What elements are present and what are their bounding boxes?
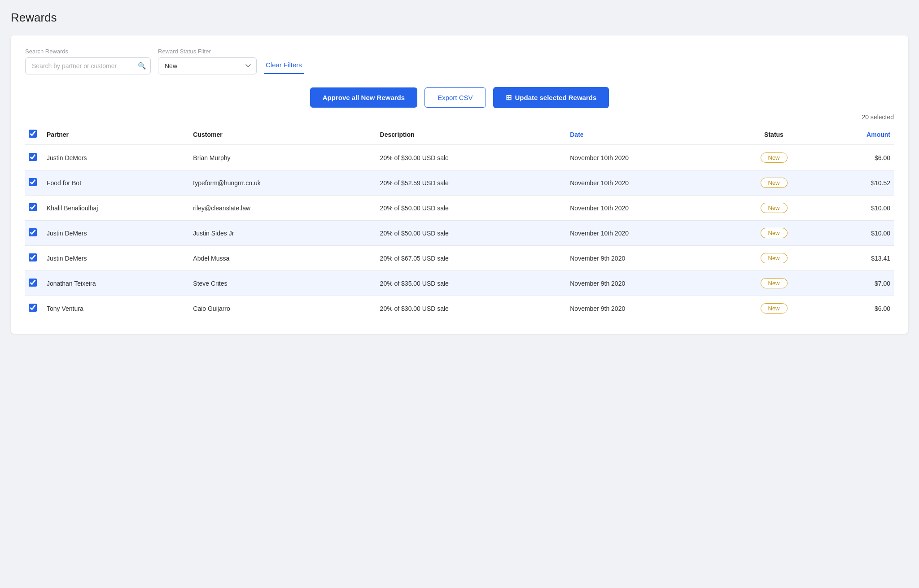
row-checkbox[interactable] xyxy=(29,228,37,236)
status-badge: New xyxy=(761,303,788,314)
export-csv-button[interactable]: Export CSV xyxy=(424,87,486,108)
row-description: 20% of $67.05 USD sale xyxy=(376,246,567,271)
row-status: New xyxy=(731,271,816,296)
layers-icon: ⊞ xyxy=(506,93,512,102)
update-selected-button[interactable]: ⊞ Update selected Rewards xyxy=(493,87,609,108)
row-status: New xyxy=(731,221,816,246)
row-amount: $6.00 xyxy=(817,296,894,321)
row-description: 20% of $52.59 USD sale xyxy=(376,170,567,196)
row-amount: $7.00 xyxy=(817,271,894,296)
row-checkbox-cell[interactable] xyxy=(25,246,43,271)
clear-filters-button[interactable]: Clear Filters xyxy=(264,57,304,74)
row-partner: Justin DeMers xyxy=(43,246,189,271)
row-checkbox-cell[interactable] xyxy=(25,170,43,196)
row-customer: Abdel Mussa xyxy=(189,246,376,271)
status-badge: New xyxy=(761,228,788,238)
table-row: Jonathan Teixeira Steve Crites 20% of $3… xyxy=(25,271,894,296)
row-customer: Justin Sides Jr xyxy=(189,221,376,246)
row-checkbox[interactable] xyxy=(29,279,37,287)
row-date: November 10th 2020 xyxy=(566,170,731,196)
row-description: 20% of $50.00 USD sale xyxy=(376,221,567,246)
row-date: November 10th 2020 xyxy=(566,196,731,221)
row-customer: Caio Guijarro xyxy=(189,296,376,321)
status-filter-select[interactable]: All New Approved Rejected Paid xyxy=(158,57,257,74)
approve-all-button[interactable]: Approve all New Rewards xyxy=(310,87,417,108)
row-partner: Khalil Benalioulhaj xyxy=(43,196,189,221)
search-input[interactable] xyxy=(25,57,151,74)
row-customer: Steve Crites xyxy=(189,271,376,296)
row-amount: $10.52 xyxy=(817,170,894,196)
search-label: Search Rewards xyxy=(25,48,151,55)
row-amount: $13.41 xyxy=(817,246,894,271)
col-header-status: Status xyxy=(731,124,816,145)
row-partner: Justin DeMers xyxy=(43,145,189,170)
row-checkbox[interactable] xyxy=(29,153,37,161)
row-partner: Food for Bot xyxy=(43,170,189,196)
row-checkbox-cell[interactable] xyxy=(25,145,43,170)
table-row: Tony Ventura Caio Guijarro 20% of $30.00… xyxy=(25,296,894,321)
row-status: New xyxy=(731,170,816,196)
row-description: 20% of $35.00 USD sale xyxy=(376,271,567,296)
table-row: Justin DeMers Abdel Mussa 20% of $67.05 … xyxy=(25,246,894,271)
status-filter-group: Reward Status Filter All New Approved Re… xyxy=(158,48,257,74)
table-row: Khalil Benalioulhaj riley@cleanslate.law… xyxy=(25,196,894,221)
row-customer: typeform@hungrrr.co.uk xyxy=(189,170,376,196)
row-partner: Justin DeMers xyxy=(43,221,189,246)
selected-count: 20 selected xyxy=(25,113,894,121)
row-checkbox[interactable] xyxy=(29,253,37,261)
rewards-table: Partner Customer Description Date Status… xyxy=(25,124,894,321)
row-date: November 10th 2020 xyxy=(566,145,731,170)
row-checkbox[interactable] xyxy=(29,304,37,312)
page-title: Rewards xyxy=(11,11,908,25)
row-date: November 9th 2020 xyxy=(566,246,731,271)
row-checkbox[interactable] xyxy=(29,178,37,186)
search-icon: 🔍 xyxy=(138,62,146,70)
status-badge: New xyxy=(761,178,788,188)
col-header-description: Description xyxy=(376,124,567,145)
row-partner: Tony Ventura xyxy=(43,296,189,321)
table-row: Justin DeMers Brian Murphy 20% of $30.00… xyxy=(25,145,894,170)
select-all-header[interactable] xyxy=(25,124,43,145)
row-status: New xyxy=(731,196,816,221)
row-checkbox-cell[interactable] xyxy=(25,196,43,221)
row-checkbox-cell[interactable] xyxy=(25,221,43,246)
status-filter-label: Reward Status Filter xyxy=(158,48,257,55)
filters-row: Search Rewards 🔍 Reward Status Filter Al… xyxy=(25,48,894,74)
select-all-checkbox[interactable] xyxy=(29,130,37,138)
row-amount: $10.00 xyxy=(817,221,894,246)
row-date: November 10th 2020 xyxy=(566,221,731,246)
row-date: November 9th 2020 xyxy=(566,296,731,321)
row-description: 20% of $50.00 USD sale xyxy=(376,196,567,221)
col-header-partner: Partner xyxy=(43,124,189,145)
row-checkbox-cell[interactable] xyxy=(25,271,43,296)
row-status: New xyxy=(731,246,816,271)
col-header-date: Date xyxy=(566,124,731,145)
row-amount: $6.00 xyxy=(817,145,894,170)
row-customer: Brian Murphy xyxy=(189,145,376,170)
status-badge: New xyxy=(761,152,788,163)
status-badge: New xyxy=(761,203,788,213)
table-row: Justin DeMers Justin Sides Jr 20% of $50… xyxy=(25,221,894,246)
row-customer: riley@cleanslate.law xyxy=(189,196,376,221)
status-badge: New xyxy=(761,278,788,288)
search-wrapper: 🔍 xyxy=(25,57,151,74)
search-group: Search Rewards 🔍 xyxy=(25,48,151,74)
row-status: New xyxy=(731,145,816,170)
actions-row: Approve all New Rewards Export CSV ⊞ Upd… xyxy=(25,87,894,108)
row-date: November 9th 2020 xyxy=(566,271,731,296)
row-partner: Jonathan Teixeira xyxy=(43,271,189,296)
table-row: Food for Bot typeform@hungrrr.co.uk 20% … xyxy=(25,170,894,196)
col-header-amount: Amount xyxy=(817,124,894,145)
row-description: 20% of $30.00 USD sale xyxy=(376,145,567,170)
main-card: Search Rewards 🔍 Reward Status Filter Al… xyxy=(11,35,908,334)
row-description: 20% of $30.00 USD sale xyxy=(376,296,567,321)
status-badge: New xyxy=(761,253,788,263)
col-header-customer: Customer xyxy=(189,124,376,145)
row-checkbox[interactable] xyxy=(29,203,37,211)
row-status: New xyxy=(731,296,816,321)
row-checkbox-cell[interactable] xyxy=(25,296,43,321)
row-amount: $10.00 xyxy=(817,196,894,221)
